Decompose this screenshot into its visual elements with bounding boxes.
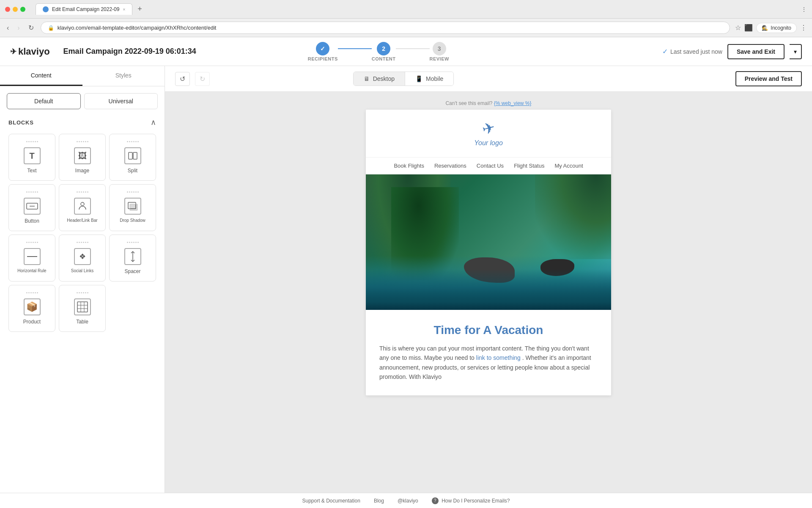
image-block-icon: 🖼: [74, 147, 91, 164]
table-icon: [74, 298, 91, 315]
horizontal-rule-label: Horizontal Rule: [17, 268, 46, 273]
saved-check-icon: ✓: [662, 47, 668, 55]
chrome-menu-icon[interactable]: ⋮: [800, 24, 807, 32]
email-preview-wrapper[interactable]: Can't see this email? {% web_view %} ✈ Y…: [165, 92, 812, 493]
mobile-view-button[interactable]: 📱 Mobile: [405, 72, 453, 86]
forward-button[interactable]: ›: [16, 22, 21, 33]
step-line-2: [396, 48, 430, 49]
left-panel: Content Styles Default Universal BLOCKS …: [0, 66, 165, 493]
save-and-exit-button[interactable]: Save and Exit: [727, 44, 785, 59]
universal-section-button[interactable]: Universal: [84, 93, 158, 109]
block-header-link-bar[interactable]: Header/Link Bar: [59, 184, 106, 231]
logo-plane-icon: ✈: [480, 119, 497, 139]
drag-handle: [26, 292, 38, 293]
view-switcher: 🖥 Desktop 📱 Mobile: [353, 72, 454, 86]
close-window-button[interactable]: [5, 7, 10, 12]
save-exit-dropdown-button[interactable]: ▾: [790, 44, 802, 59]
undo-button[interactable]: ↺: [175, 72, 190, 86]
email-nav-reservations[interactable]: Reservations: [434, 163, 466, 169]
minimize-window-button[interactable]: [13, 7, 18, 12]
preview-and-test-button[interactable]: Preview and Test: [735, 71, 802, 86]
mobile-icon: 📱: [415, 75, 422, 82]
step-1-circle: ✓: [316, 42, 329, 55]
drag-handle: [77, 191, 88, 193]
email-body-link[interactable]: link to something: [476, 354, 521, 361]
spacer-icon: [124, 248, 141, 265]
tab-styles[interactable]: Styles: [82, 66, 165, 86]
block-table[interactable]: Table: [59, 285, 106, 332]
blocks-grid: T Text 🖼 Image: [7, 134, 158, 332]
svg-rect-6: [130, 204, 137, 210]
step-1: ✓ RECIPIENTS: [308, 42, 338, 61]
email-nav-contact-us[interactable]: Contact Us: [477, 163, 504, 169]
active-tab[interactable]: Edit Email Campaign 2022-09 ×: [36, 3, 132, 15]
block-split[interactable]: Split: [109, 134, 156, 181]
block-text[interactable]: T Text: [8, 134, 55, 181]
content-section: Default Universal BLOCKS ∧ T Text: [0, 86, 165, 339]
stepper: ✓ RECIPIENTS 2 CONTENT 3 REVIEW: [308, 42, 449, 61]
text-block-label: Text: [27, 168, 36, 174]
header-link-bar-label: Header/Link Bar: [67, 218, 97, 223]
block-product[interactable]: 📦 Product: [8, 285, 55, 332]
footer-support-link[interactable]: Support & Documentation: [302, 498, 360, 504]
block-social-links[interactable]: ❖ Social Links: [59, 235, 106, 282]
logo-icon: ✈: [10, 47, 16, 56]
social-links-label: Social Links: [71, 268, 93, 273]
email-logo: ✈ Your logo: [474, 120, 503, 147]
block-spacer[interactable]: Spacer: [109, 235, 156, 282]
logo-text: klaviyo: [18, 46, 50, 57]
drop-shadow-label: Drop Shadow: [120, 218, 145, 223]
split-block-label: Split: [128, 168, 137, 174]
main-layout: Content Styles Default Universal BLOCKS …: [0, 66, 812, 493]
step-3-circle: 3: [433, 42, 446, 55]
redo-button[interactable]: ↻: [195, 72, 210, 86]
block-image[interactable]: 🖼 Image: [59, 134, 106, 181]
drag-handle: [26, 242, 38, 243]
extensions-icon[interactable]: ⬛: [744, 24, 753, 32]
block-horizontal-rule[interactable]: Horizontal Rule: [8, 235, 55, 282]
back-button[interactable]: ‹: [5, 22, 11, 33]
email-hero-image: [366, 174, 611, 310]
incognito-icon: 🕵: [762, 25, 768, 31]
block-button[interactable]: Button: [8, 184, 55, 231]
email-navigation: Book Flights Reservations Contact Us Fli…: [366, 157, 611, 174]
refresh-button[interactable]: ↻: [27, 22, 36, 33]
email-logo-section: ✈ Your logo: [366, 110, 611, 157]
footer-twitter-link[interactable]: @klaviyo: [398, 498, 418, 504]
maximize-window-button[interactable]: [20, 7, 25, 12]
default-section-button[interactable]: Default: [7, 93, 81, 109]
footer-personalize-link[interactable]: ? How Do I Personalize Emails?: [432, 497, 510, 504]
address-actions: ☆ ⬛ 🕵 Incognito ⋮: [735, 23, 807, 33]
drag-handle: [127, 191, 139, 193]
web-view-link: Can't see this email? {% web_view %}: [445, 100, 531, 106]
desktop-view-button[interactable]: 🖥 Desktop: [354, 72, 405, 86]
browser-tab-bar: Edit Email Campaign 2022-09 × +: [36, 3, 798, 15]
email-nav-flight-status[interactable]: Flight Status: [514, 163, 544, 169]
drag-handle: [26, 191, 38, 193]
tab-content[interactable]: Content: [0, 66, 82, 86]
tab-close-button[interactable]: ×: [123, 7, 125, 12]
email-nav-my-account[interactable]: My Account: [554, 163, 583, 169]
step-1-label: RECIPIENTS: [308, 56, 338, 61]
email-nav-book-flights[interactable]: Book Flights: [394, 163, 424, 169]
blocks-collapse-button[interactable]: ∧: [151, 118, 156, 127]
drag-handle: [127, 141, 139, 142]
block-drop-shadow[interactable]: Drop Shadow: [109, 184, 156, 231]
new-tab-button[interactable]: +: [134, 4, 145, 14]
drag-handle: [26, 141, 38, 142]
section-selector: Default Universal: [7, 93, 158, 109]
klaviyo-logo: ✈ klaviyo: [10, 46, 50, 57]
email-body: Time for A Vacation This is where you ca…: [366, 310, 611, 395]
campaign-title: Email Campaign 2022-09-19 06:01:34: [63, 47, 196, 56]
incognito-badge: 🕵 Incognito: [756, 23, 797, 33]
web-view-anchor[interactable]: {% web_view %}: [494, 100, 532, 106]
saved-status: ✓ Last saved just now: [662, 47, 722, 55]
bookmark-icon[interactable]: ☆: [735, 24, 741, 32]
more-tabs-icon[interactable]: ⋮: [801, 6, 807, 13]
step-2: 2 CONTENT: [372, 42, 396, 61]
footer-blog-link[interactable]: Blog: [374, 498, 384, 504]
url-bar[interactable]: 🔒 klaviyo.com/email-template-editor/camp…: [41, 22, 730, 34]
button-block-label: Button: [25, 218, 39, 224]
step-2-label: CONTENT: [372, 56, 396, 61]
logo-text: Your logo: [474, 139, 503, 147]
